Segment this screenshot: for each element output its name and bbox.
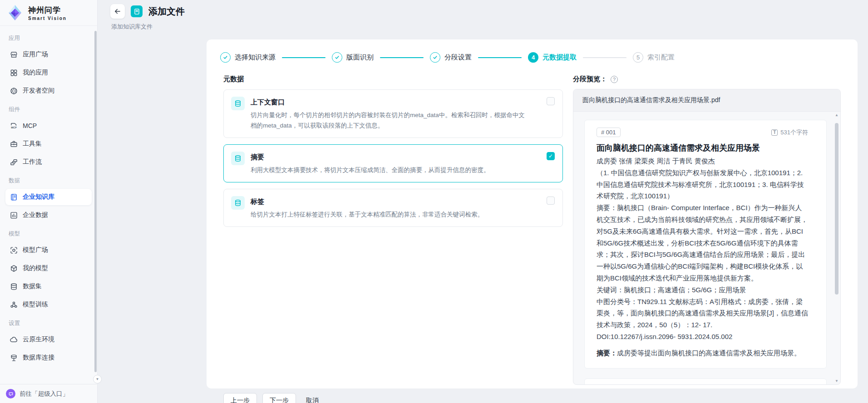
help-icon[interactable]: ? bbox=[611, 76, 618, 83]
option-description: 切片向量化时，每个切片的相邻切片的内容被封装在切片的meta_data中。检索和… bbox=[251, 110, 554, 131]
sidebar-item-model-training[interactable]: 模型训练 bbox=[5, 296, 92, 313]
sidebar-scroll-down-button[interactable]: ▼ bbox=[93, 375, 102, 383]
sidebar-item-cloud-native[interactable]: 云原生环境 bbox=[5, 331, 92, 348]
option-description: 利用大模型文本摘要技术，将切片文本压缩成简洁、全面的摘要，从而提升信息的密度。 bbox=[251, 165, 515, 176]
sidebar-nav: 应用应用广场我的应用开发者空间组件MCPMCP工具集工作流数据企业知识库企业数据… bbox=[0, 26, 97, 384]
file-name: 面向脑机接口的高速通信需求及相关应用场景.pdf bbox=[573, 89, 840, 112]
nav-section-label: 组件 bbox=[9, 106, 89, 113]
mcp-icon: MCP bbox=[10, 122, 18, 130]
footer-actions: 上一步 下一步 取消 bbox=[223, 393, 323, 403]
metadata-option-card[interactable]: 上下文窗口切片向量化时，每个切片的相邻切片的内容被封装在切片的meta_data… bbox=[223, 89, 563, 138]
chunk-summary-label: 摘要： bbox=[597, 349, 617, 357]
prev-step-button[interactable]: 上一步 bbox=[223, 393, 257, 403]
sidebar-scrollbar[interactable] bbox=[94, 31, 97, 372]
step-number: 5 bbox=[633, 52, 643, 63]
option-title: 上下文窗口 bbox=[251, 98, 554, 107]
stepper-step-3[interactable]: 分段设置 bbox=[430, 52, 472, 63]
chunk-id-badge: # 001 bbox=[597, 128, 621, 137]
enterprise-data-icon bbox=[10, 211, 18, 219]
back-button[interactable] bbox=[110, 4, 125, 19]
cloud-native-icon bbox=[10, 336, 18, 344]
chunk-char-count: T531个字符 bbox=[771, 128, 808, 137]
super-entry-link[interactable]: 前往「超级入口」 bbox=[0, 384, 97, 403]
option-checkbox[interactable] bbox=[547, 197, 555, 205]
sidebar-item-label: 工作流 bbox=[23, 158, 42, 166]
stepper-connector bbox=[380, 57, 424, 58]
sidebar-item-store[interactable]: 应用广场 bbox=[5, 46, 92, 63]
step-check-icon bbox=[332, 52, 342, 63]
database-icon bbox=[231, 152, 245, 165]
dataset-icon bbox=[10, 283, 18, 290]
nav-section-label: 设置 bbox=[9, 319, 89, 327]
chunk-list: # 001T531个字符面向脑机接口的高速通信需求及相关应用场景成房委 张倩 梁… bbox=[573, 112, 840, 384]
stepper-step-4[interactable]: 4元数据提取 bbox=[528, 52, 577, 63]
sidebar-item-label: 数据库连接 bbox=[23, 354, 54, 362]
preview-heading: 分段预览： bbox=[573, 75, 607, 84]
sidebar-item-model-plaza[interactable]: 模型广场 bbox=[5, 242, 92, 258]
option-content: 摘要利用大模型文本摘要技术，将切片文本压缩成简洁、全面的摘要，从而提升信息的密度… bbox=[251, 152, 515, 176]
stepper-step-2[interactable]: 版面识别 bbox=[332, 52, 374, 63]
stepper-step-label: 分段设置 bbox=[444, 53, 472, 62]
chunk-header: # 001T531个字符 bbox=[597, 128, 808, 137]
stepper-step-5[interactable]: 5索引配置 bbox=[633, 52, 675, 63]
option-checkbox[interactable] bbox=[547, 97, 555, 105]
scroll-up-arrow-icon[interactable]: ▲ bbox=[834, 113, 839, 117]
sidebar-item-database-connection[interactable]: 数据库连接 bbox=[5, 349, 92, 366]
nav-section-label: 应用 bbox=[9, 34, 89, 42]
chunk-summary: 摘要：成房委等提出面向脑机接口的高速通信需求及相关应用场景。 bbox=[597, 347, 808, 359]
option-content: 上下文窗口切片向量化时，每个切片的相邻切片的内容被封装在切片的meta_data… bbox=[251, 97, 554, 131]
stepper-connector bbox=[282, 57, 326, 58]
step-check-icon bbox=[220, 52, 231, 63]
brand: 神州问学 Smart Vision bbox=[0, 0, 97, 26]
preview-scrollbar[interactable]: ▲ ▼ bbox=[834, 113, 839, 383]
option-description: 给切片文本打上特征标签进行关联，基于文本精准匹配的算法，非常适合关键词检索。 bbox=[251, 210, 508, 220]
main-area: 添加文件 添加知识库文件 选择知识来源版面识别分段设置4元数据提取5索引配置 元… bbox=[98, 0, 868, 403]
metadata-option-card[interactable]: 标签给切片文本打上特征标签进行关联，基于文本精准匹配的算法，非常适合关键词检索。 bbox=[223, 189, 563, 227]
stepper-step-1[interactable]: 选择知识来源 bbox=[220, 52, 276, 63]
sidebar-item-my-model[interactable]: 我的模型 bbox=[5, 260, 92, 276]
preview-scrollbar-thumb[interactable] bbox=[835, 123, 838, 295]
document-icon bbox=[131, 5, 143, 17]
sidebar-item-enterprise-data[interactable]: 企业数据 bbox=[5, 207, 92, 223]
store-icon bbox=[10, 51, 18, 59]
stepper-connector bbox=[478, 57, 522, 58]
sidebar-item-label: 工具集 bbox=[23, 140, 42, 148]
chunk-card: # 002T766个字符0 引言脑机接口（Brain- Computer Int… bbox=[584, 378, 827, 384]
sidebar-item-label: 开发者空间 bbox=[23, 87, 54, 95]
sidebar-item-workflow[interactable]: 工作流 bbox=[5, 154, 92, 170]
option-checkbox[interactable]: ✓ bbox=[547, 152, 555, 160]
app-root: 神州问学 Smart Vision 应用应用广场我的应用开发者空间组件MCPMC… bbox=[0, 0, 868, 403]
sidebar-item-label: MCP bbox=[23, 122, 37, 129]
sidebar-item-toolbox[interactable]: 工具集 bbox=[5, 136, 92, 152]
sidebar-item-apps-grid[interactable]: 我的应用 bbox=[5, 64, 92, 81]
stepper-step-label: 版面识别 bbox=[346, 53, 374, 62]
option-content: 标签给切片文本打上特征标签进行关联，基于文本精准匹配的算法，非常适合关键词检索。 bbox=[251, 196, 508, 220]
stepper: 选择知识来源版面识别分段设置4元数据提取5索引配置 bbox=[220, 52, 844, 63]
apps-grid-icon bbox=[10, 69, 18, 77]
sidebar-item-label: 我的模型 bbox=[23, 264, 48, 272]
database-connection-icon bbox=[10, 354, 18, 362]
sidebar-item-label: 企业知识库 bbox=[23, 193, 54, 201]
metadata-panel: 元数据 上下文窗口切片向量化时，每个切片的相邻切片的内容被封装在切片的meta_… bbox=[223, 75, 563, 385]
next-step-button[interactable]: 下一步 bbox=[262, 393, 296, 403]
workflow-icon bbox=[10, 158, 18, 166]
segment-preview-panel: 分段预览： ? 面向脑机接口的高速通信需求及相关应用场景.pdf # 001T5… bbox=[573, 75, 841, 385]
nav-section-label: 模型 bbox=[9, 230, 89, 238]
sidebar-item-developer-space[interactable]: 开发者空间 bbox=[5, 83, 92, 99]
metadata-option-card[interactable]: 摘要利用大模型文本摘要技术，将切片文本压缩成简洁、全面的摘要，从而提升信息的密度… bbox=[223, 144, 563, 182]
stepper-step-label: 索引配置 bbox=[647, 53, 675, 62]
sidebar-item-knowledge-base[interactable]: 企业知识库 bbox=[5, 189, 92, 205]
model-training-icon bbox=[10, 301, 18, 309]
scroll-down-arrow-icon[interactable]: ▼ bbox=[834, 379, 839, 383]
sidebar-item-label: 模型广场 bbox=[23, 246, 48, 254]
stepper-step-label: 选择知识来源 bbox=[235, 53, 276, 62]
sidebar-item-dataset[interactable]: 数据集 bbox=[5, 278, 92, 295]
brand-tagline: Smart Vision bbox=[28, 16, 67, 21]
sidebar-item-label: 企业数据 bbox=[23, 211, 48, 219]
back-arrow-icon bbox=[114, 8, 121, 15]
step-number: 4 bbox=[528, 52, 538, 63]
brand-logo-icon bbox=[6, 4, 24, 22]
sidebar-item-mcp[interactable]: MCPMCP bbox=[5, 118, 92, 134]
cancel-button[interactable]: 取消 bbox=[301, 393, 323, 403]
metadata-heading: 元数据 bbox=[223, 75, 563, 84]
